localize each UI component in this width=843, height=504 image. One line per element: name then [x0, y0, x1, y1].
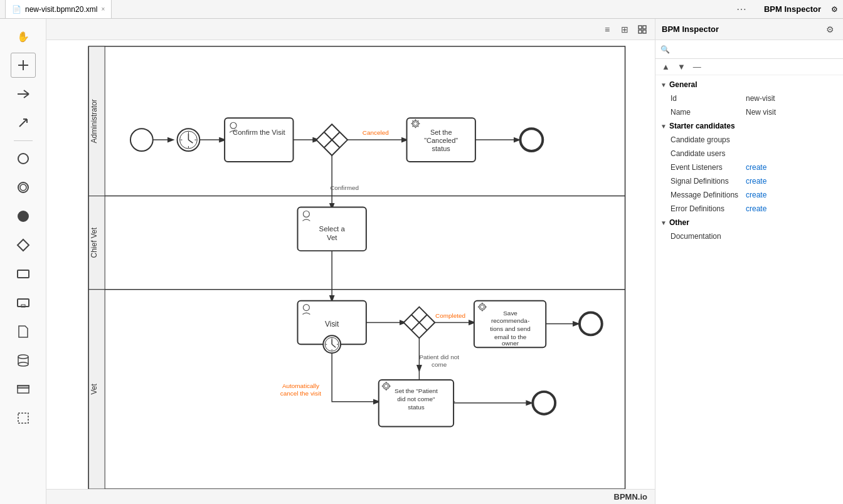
bottom-bar: BPMN.io	[46, 489, 655, 504]
double-circle-button[interactable]	[11, 175, 36, 200]
svg-text:tions and send: tions and send	[490, 325, 531, 332]
panel-title-label: BPM Inspector	[662, 24, 719, 34]
svg-rect-23	[643, 30, 646, 33]
selection-button[interactable]	[11, 406, 36, 431]
grid-view-button[interactable]: ⊞	[617, 22, 632, 37]
prop-error-defs-create[interactable]: create	[746, 204, 833, 213]
svg-line-62	[412, 120, 413, 121]
svg-text:Visit: Visit	[325, 320, 339, 328]
db-button[interactable]	[11, 348, 36, 373]
svg-point-70	[520, 129, 543, 151]
tab-close-button[interactable]: ×	[101, 6, 105, 13]
prop-documentation-row: Documentation	[655, 229, 843, 243]
svg-point-127	[533, 392, 555, 414]
svg-rect-25	[88, 46, 625, 489]
svg-text:cancel the visit: cancel the visit	[280, 390, 321, 397]
list-view-button[interactable]: ≡	[600, 22, 615, 37]
svg-text:Select a: Select a	[319, 225, 346, 233]
prop-name-label: Name	[671, 108, 746, 117]
svg-rect-24	[639, 30, 642, 33]
svg-rect-19	[18, 386, 29, 388]
section-general-header[interactable]: ▼ General	[655, 78, 843, 92]
prop-event-listeners-row: Event Listeners create	[655, 160, 843, 174]
svg-text:did not come": did not come"	[397, 396, 435, 402]
doc-button[interactable]	[11, 319, 36, 344]
panel-title: BPM Inspector ⚙	[655, 19, 843, 40]
prop-message-defs-row: Message Definitions create	[655, 188, 843, 202]
svg-text:Chief Vet: Chief Vet	[90, 227, 98, 258]
svg-text:Patient did not: Patient did not	[419, 354, 459, 360]
toolbar-separator-1	[14, 140, 33, 141]
svg-rect-21	[639, 26, 642, 29]
svg-marker-12	[18, 239, 29, 251]
svg-line-5	[19, 119, 27, 127]
search-input[interactable]	[674, 45, 838, 54]
bpmn-canvas[interactable]: Administrator Chief Vet Vet	[46, 40, 655, 489]
hand-tool-button[interactable]: ✋	[11, 24, 36, 49]
main-layout: ✋	[0, 19, 843, 504]
title-bar: 📄 new-visit.bpmn20.xml × ⋯ BPM Inspector…	[0, 0, 843, 19]
section-starter-header[interactable]: ▼ Starter candidates	[655, 119, 843, 133]
svg-text:Confirm the Visit: Confirm the Visit	[233, 129, 285, 136]
svg-text:owner: owner	[502, 340, 519, 347]
nav-up-button[interactable]: ▲	[659, 61, 672, 73]
circle-tool-button[interactable]	[11, 146, 36, 171]
file-icon: 📄	[12, 5, 21, 14]
fit-view-button[interactable]	[635, 22, 650, 37]
prop-name-value: New visit	[746, 108, 833, 117]
prop-message-defs-create[interactable]: create	[746, 191, 833, 199]
nav-down-button[interactable]: ▼	[675, 61, 688, 73]
section-starter-label: Starter candidates	[669, 122, 735, 130]
section-other-header[interactable]: ▼ Other	[655, 216, 843, 229]
diamond-button[interactable]	[11, 233, 36, 258]
rect-button[interactable]	[11, 261, 36, 286]
svg-rect-46	[225, 118, 293, 162]
svg-text:Canceled: Canceled	[363, 129, 389, 136]
prop-error-defs-row: Error Definitions create	[655, 202, 843, 216]
section-other-label: Other	[669, 218, 689, 227]
prop-candidate-groups-label: Candidate groups	[671, 135, 746, 144]
prop-candidate-groups-row: Candidate groups	[655, 133, 843, 147]
svg-text:come: come	[432, 361, 447, 368]
prop-error-defs-label: Error Definitions	[671, 204, 746, 213]
prop-event-listeners-create[interactable]: create	[746, 163, 833, 172]
filled-circle-button[interactable]	[11, 204, 36, 229]
svg-rect-20	[18, 413, 28, 423]
svg-text:status: status	[432, 145, 451, 152]
bpmn-io-label: BPMN.io	[614, 492, 647, 501]
section-general-label: General	[669, 80, 697, 89]
right-panel: BPM Inspector ⚙ 🔍 ▲ ▼ — ▼ General Id new…	[655, 19, 843, 504]
prop-signal-defs-create[interactable]: create	[746, 177, 833, 186]
general-arrow-icon: ▼	[660, 81, 667, 88]
prop-signal-defs-row: Signal Definitions create	[655, 174, 843, 188]
svg-point-16	[18, 355, 28, 359]
lasso-tool-button[interactable]	[11, 110, 36, 135]
svg-line-65	[412, 126, 413, 127]
prop-id-label: Id	[671, 94, 746, 103]
subprocess-button[interactable]	[11, 290, 36, 315]
prop-message-defs-label: Message Definitions	[671, 191, 746, 199]
file-tab-label: new-visit.bpmn20.xml	[25, 5, 97, 14]
panel-button[interactable]	[11, 377, 36, 402]
panel-settings-button[interactable]: ⚙	[824, 23, 837, 36]
svg-point-8	[18, 154, 28, 164]
create-shape-button[interactable]	[11, 53, 36, 78]
svg-line-64	[418, 120, 418, 121]
svg-text:Vet: Vet	[90, 384, 98, 395]
svg-point-108	[580, 313, 602, 335]
tab-area: 📄 new-visit.bpmn20.xml ×	[5, 0, 112, 18]
nav-minus-button[interactable]: —	[691, 61, 704, 73]
svg-text:Administrator: Administrator	[90, 99, 98, 143]
connect-tool-button[interactable]	[11, 81, 36, 107]
gear-icon[interactable]: ⚙	[831, 5, 838, 14]
title-menu-dots[interactable]: ⋯	[736, 3, 746, 15]
svg-text:Confirmed: Confirmed	[330, 184, 359, 191]
file-tab[interactable]: 📄 new-visit.bpmn20.xml ×	[5, 0, 112, 18]
prop-candidate-users-label: Candidate users	[671, 149, 746, 158]
prop-candidate-users-row: Candidate users	[655, 147, 843, 160]
svg-point-11	[18, 211, 28, 221]
prop-event-listeners-label: Event Listeners	[671, 163, 746, 172]
svg-point-10	[20, 184, 26, 191]
left-toolbar: ✋	[0, 19, 46, 504]
diagram-toolbar: ≡ ⊞	[46, 19, 655, 40]
